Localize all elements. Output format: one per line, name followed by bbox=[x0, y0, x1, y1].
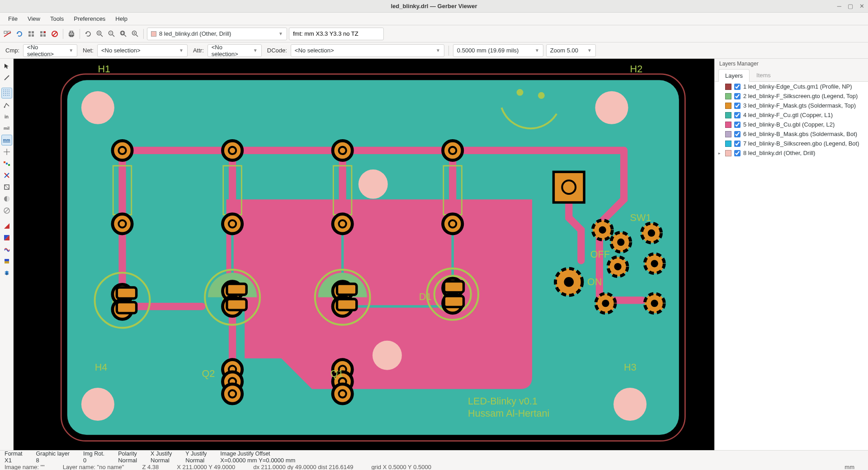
unit-mil-icon[interactable]: mil bbox=[1, 123, 12, 134]
layer-label: 8 led_blinky.drl (Other, Drill) bbox=[743, 150, 815, 156]
dcode-dropdown[interactable]: <No selection>▼ bbox=[291, 44, 444, 57]
svg-text:Q1: Q1 bbox=[330, 368, 344, 379]
xor-icon[interactable] bbox=[1, 244, 12, 255]
svg-rect-38 bbox=[4, 161, 5, 163]
tab-layers[interactable]: Layers bbox=[718, 69, 750, 82]
layer-color-swatch bbox=[725, 122, 731, 128]
svg-text:H4: H4 bbox=[95, 362, 108, 373]
cmp-dropdown[interactable]: <No selection>▼ bbox=[23, 44, 77, 57]
ghost-icon[interactable] bbox=[1, 205, 12, 216]
negative-icon[interactable] bbox=[1, 193, 12, 204]
sketch-lines-icon[interactable] bbox=[1, 170, 12, 181]
layer-row[interactable]: ▸1 led_blinky-Edge_Cuts.gm1 (Profile, NP… bbox=[715, 82, 868, 91]
pcb-canvas[interactable]: H1 H2 H3 H4 SW1 OFF ON D1 Q1 Q2 LED-Blin… bbox=[14, 59, 714, 450]
format-input[interactable] bbox=[293, 30, 380, 37]
zoom-obj-icon[interactable] bbox=[130, 29, 140, 39]
layer-visibility-checkbox[interactable] bbox=[734, 84, 741, 90]
svg-rect-132 bbox=[444, 296, 463, 307]
menu-file[interactable]: File bbox=[4, 14, 22, 24]
net-dropdown[interactable]: <No selection>▼ bbox=[97, 44, 188, 57]
layer-row[interactable]: ▸6 led_blinky-B_Mask.gbs (Soldermask, Bo… bbox=[715, 129, 868, 139]
svg-point-142 bbox=[617, 239, 624, 246]
svg-point-29 bbox=[134, 32, 135, 33]
unit-in-icon[interactable]: in bbox=[1, 111, 12, 122]
sketch-poly-icon[interactable] bbox=[1, 182, 12, 193]
svg-text:Hussam Al-Hertani: Hussam Al-Hertani bbox=[468, 408, 549, 419]
layers-panel-icon[interactable] bbox=[1, 268, 12, 278]
menu-tools[interactable]: Tools bbox=[46, 14, 68, 24]
svg-point-92 bbox=[229, 220, 236, 227]
menu-view[interactable]: View bbox=[23, 14, 45, 24]
svg-point-35 bbox=[4, 107, 5, 108]
svg-text:H1: H1 bbox=[98, 63, 110, 75]
svg-rect-40 bbox=[8, 164, 10, 166]
sketch-flash-icon[interactable] bbox=[1, 158, 12, 169]
tab-items[interactable]: Items bbox=[750, 69, 778, 81]
zoom-fit-icon[interactable] bbox=[118, 29, 128, 39]
exclude-icon[interactable] bbox=[50, 29, 60, 39]
layer-color-swatch bbox=[725, 150, 731, 156]
zoom-out-icon[interactable] bbox=[107, 29, 117, 39]
layer-label: 7 led_blinky-B_Silkscreen.gbo (Legend, B… bbox=[743, 140, 859, 147]
svg-point-118 bbox=[229, 390, 236, 397]
layer-visibility-checkbox[interactable] bbox=[734, 141, 741, 147]
layer-visibility-checkbox[interactable] bbox=[734, 122, 741, 128]
svg-rect-7 bbox=[40, 31, 42, 33]
layers1-icon[interactable] bbox=[26, 29, 36, 39]
measure-icon[interactable] bbox=[1, 72, 12, 83]
layer-row[interactable]: ▸3 led_blinky-F_Mask.gts (Soldermask, To… bbox=[715, 101, 868, 110]
svg-rect-26 bbox=[122, 32, 124, 34]
format-field[interactable] bbox=[289, 28, 384, 40]
polar-icon[interactable] bbox=[1, 99, 12, 110]
layer-visibility-checkbox[interactable] bbox=[734, 131, 741, 137]
layer-visibility-checkbox[interactable] bbox=[734, 112, 741, 118]
attr-label: Attr: bbox=[190, 47, 205, 54]
svg-line-13 bbox=[53, 32, 57, 36]
grid-dropdown[interactable]: 0.5000 mm (19.69 mils)▼ bbox=[453, 44, 543, 57]
layer-select-dropdown[interactable]: 8 led_blinky.drl (Other, Drill) ▼ bbox=[147, 28, 287, 40]
maximize-icon[interactable]: ▢ bbox=[848, 3, 853, 9]
refresh-icon[interactable] bbox=[83, 29, 93, 39]
attr-dropdown[interactable]: <No selection>▼ bbox=[208, 44, 262, 57]
svg-text:H2: H2 bbox=[630, 63, 643, 75]
layer-label: 1 led_blinky-Edge_Cuts.gm1 (Profile, NP) bbox=[743, 83, 852, 90]
close-icon[interactable]: ✕ bbox=[859, 3, 864, 9]
layer-visibility-checkbox[interactable] bbox=[734, 103, 741, 109]
svg-point-124 bbox=[339, 390, 346, 397]
layers2-icon[interactable] bbox=[38, 29, 48, 39]
layer-row[interactable]: ▸2 led_blinky-F_Silkscreen.gto (Legend, … bbox=[715, 91, 868, 101]
svg-text:D1: D1 bbox=[419, 291, 432, 302]
zoom-in-icon[interactable] bbox=[95, 29, 105, 39]
layer-row[interactable]: ▸5 led_blinky-B_Cu.gbl (Copper, L2) bbox=[715, 120, 868, 129]
layer-visibility-checkbox[interactable] bbox=[734, 150, 741, 156]
contrast-icon[interactable] bbox=[1, 256, 12, 267]
layer-select-label: 8 led_blinky.drl (Other, Drill) bbox=[159, 30, 276, 37]
titlebar: led_blinky.drl — Gerber Viewer ─ ▢ ✕ bbox=[0, 0, 868, 13]
menu-help[interactable]: Help bbox=[111, 14, 132, 24]
layer-visibility-checkbox[interactable] bbox=[734, 93, 741, 99]
svg-point-78 bbox=[613, 388, 646, 421]
crosshair-icon[interactable] bbox=[1, 146, 12, 157]
layer-row[interactable]: ▸8 led_blinky.drl (Other, Drill) bbox=[715, 148, 868, 158]
layer-row[interactable]: ▸7 led_blinky-B_Silkscreen.gbo (Legend, … bbox=[715, 139, 868, 148]
zoom-dropdown[interactable]: Zoom 5.00▼ bbox=[546, 44, 596, 57]
clear-icon[interactable] bbox=[3, 29, 13, 39]
grid-icon[interactable] bbox=[1, 88, 12, 99]
diff-blue-icon[interactable] bbox=[1, 232, 12, 243]
svg-point-75 bbox=[81, 91, 114, 124]
diff-red-icon[interactable] bbox=[1, 221, 12, 231]
cursor-icon[interactable] bbox=[1, 61, 12, 71]
svg-rect-131 bbox=[444, 282, 463, 292]
svg-rect-125 bbox=[117, 287, 136, 298]
print-icon[interactable] bbox=[66, 29, 76, 39]
svg-point-141 bbox=[599, 226, 606, 234]
svg-rect-39 bbox=[6, 163, 8, 164]
svg-point-86 bbox=[339, 147, 346, 154]
reload-icon[interactable] bbox=[14, 29, 24, 39]
menu-preferences[interactable]: Preferences bbox=[69, 14, 110, 24]
unit-mm-icon[interactable]: mm bbox=[1, 135, 12, 146]
minimize-icon[interactable]: ─ bbox=[837, 3, 841, 9]
layer-row[interactable]: ▸4 led_blinky-F_Cu.gtl (Copper, L1) bbox=[715, 110, 868, 120]
net-label: Net: bbox=[80, 47, 94, 54]
layer-color-swatch bbox=[725, 84, 731, 90]
